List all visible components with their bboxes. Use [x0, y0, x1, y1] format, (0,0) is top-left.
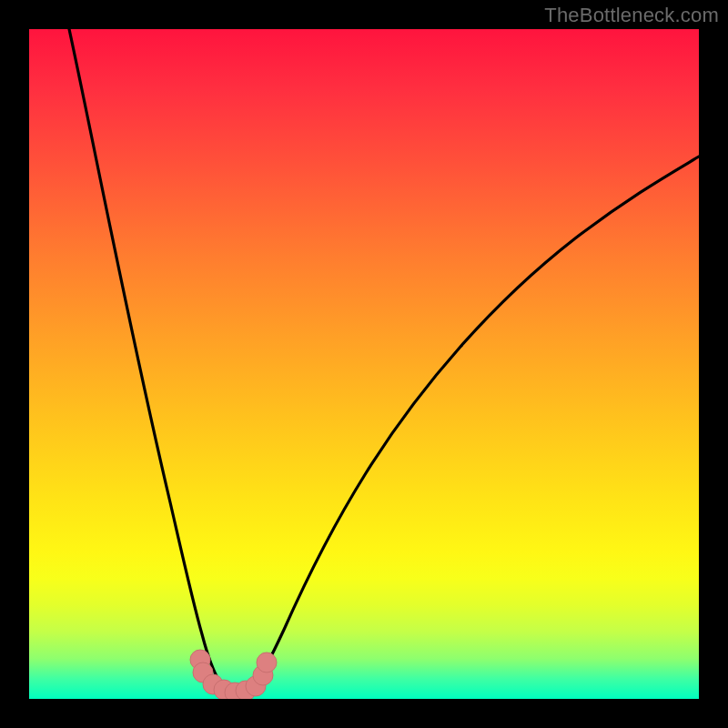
svg-point-8	[257, 652, 277, 672]
marker-layer	[29, 29, 699, 699]
plot-area	[29, 29, 699, 699]
watermark-text: TheBottleneck.com	[544, 4, 719, 27]
highlight-dots	[190, 650, 277, 699]
chart-frame: TheBottleneck.com	[0, 0, 728, 728]
